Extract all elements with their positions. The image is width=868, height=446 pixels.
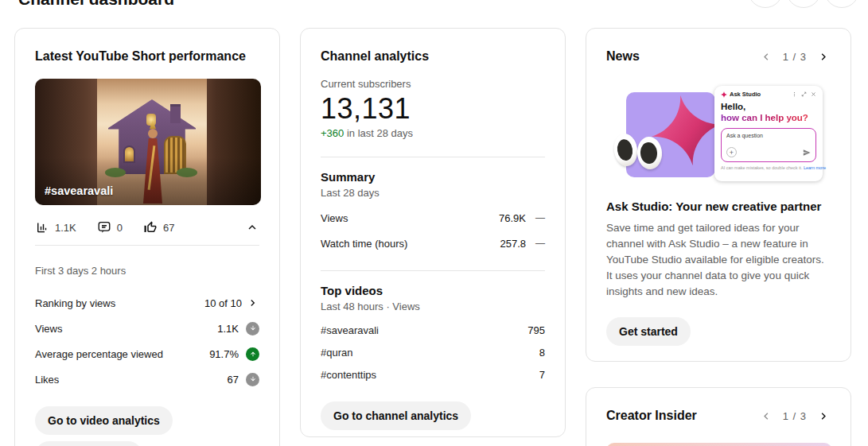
expand-icon [801,91,807,97]
comment-icon [97,220,111,235]
collapse-chevron-up-icon[interactable] [245,220,259,235]
metric-row-avg-percentage: Average percentage viewed 91.7% [35,341,259,366]
metric-label: Likes [35,374,228,386]
subscriber-delta-period: in last 28 days [344,127,413,139]
news-body-text: Save time and get tailored ideas for you… [606,220,831,300]
thumbs-up-icon [143,220,158,235]
subscriber-count: 13,131 [321,92,545,126]
top-video-row[interactable]: #savearavali 795 [321,319,545,341]
divider [35,245,259,246]
views-stat-value: 1.1K [55,222,76,234]
promo-disclaimer: AI can make mistakes, so double check it… [721,165,816,170]
top-videos-title: Top videos [321,284,545,298]
promo-input-placeholder: Ask a question [726,133,811,138]
channel-analytics-title: Channel analytics [321,48,545,65]
header-action-button-2[interactable] [786,0,821,8]
short-stats-row: 1.1K 0 67 [35,219,259,235]
top-video-views: 795 [527,324,545,336]
top-video-label: #savearavali [321,324,527,336]
chevron-right-icon [247,297,259,309]
top-videos-rows: #savearavali 795 #quran 8 #contenttips 7 [321,319,545,386]
metric-value: 1.1K [217,323,239,335]
short-metric-list: Ranking by views 10 of 10 Views 1.1K Ave… [35,290,259,392]
subscriber-delta-line: +360 in last 28 days [321,127,545,140]
chevron-left-icon[interactable] [759,409,773,423]
summary-period: Last 28 days [321,187,545,199]
news-card: News 1 / 3 [586,28,851,362]
go-to-video-analytics-button[interactable]: Go to video analytics [35,406,173,435]
flat-trend-dash: — [535,212,545,223]
go-to-channel-analytics-button[interactable]: Go to channel analytics [321,401,471,430]
comments-stat-value: 0 [117,222,123,234]
metric-value: 67 [228,374,239,386]
ask-studio-minicard: Ask Studio Hello, how can I help you? As… [714,86,823,181]
header-action-button-1[interactable] [748,0,783,8]
metric-label: Ranking by views [35,297,204,309]
channel-dashboard-page: Channel dashboard Latest YouTube Short p… [0,0,868,446]
insider-pager: 1 / 3 [759,409,831,423]
top-video-row[interactable]: #quran 8 [321,341,545,363]
top-video-label: #quran [321,347,539,359]
divider [321,157,545,157]
short-thumbnail[interactable]: #savearavali [35,79,261,205]
latest-short-card: Latest YouTube Short performance #savear… [14,28,280,446]
trend-down-icon [246,322,259,335]
short-period-label: First 3 days 2 hours [35,265,259,277]
metric-label: Views [35,323,217,335]
likes-stat: 67 [143,220,174,235]
promo-greeting-gradient: how can I help you? [721,112,816,123]
chevron-right-icon[interactable] [817,50,831,64]
top-video-views: 7 [539,369,545,381]
creator-insider-card: Creator Insider 1 / 3 [586,387,851,446]
insider-page-indicator: 1 / 3 [783,410,807,422]
top-video-views: 8 [539,347,545,359]
channel-analytics-card: Channel analytics Current subscribers 13… [300,28,566,437]
top-video-row[interactable]: #contenttips 7 [321,363,545,386]
news-headline: Ask Studio: Your new creative partner [606,200,831,214]
comments-stat: 0 [97,220,123,235]
latest-short-title: Latest YouTube Short performance [35,48,259,65]
chevron-left-icon[interactable] [759,50,773,64]
thumbnail-hashtag: #savearavali [45,184,113,197]
summary-row-value: 76.9K [499,212,526,224]
header-action-button-3[interactable] [824,0,859,8]
top-video-label: #contenttips [321,369,539,381]
analytics-bars-icon [35,220,49,235]
close-icon [811,91,816,97]
summary-title: Summary [321,170,545,184]
news-title: News [606,48,759,65]
plus-icon: + [726,147,737,157]
promo-greeting: Hello, [721,102,816,112]
news-page-indicator: 1 / 3 [783,51,807,63]
kebab-menu-icon [792,91,797,97]
send-icon [803,149,811,157]
promo-learn-more-link: Learn more [804,165,826,170]
page-title: Channel dashboard [18,0,174,9]
likes-stat-value: 67 [163,222,174,234]
metric-row-ranking[interactable]: Ranking by views 10 of 10 [35,290,259,316]
news-pager: 1 / 3 [759,50,831,64]
summary-row-value: 257.8 [500,238,526,250]
top-videos-period: Last 48 hours · Views [321,301,545,312]
summary-row-views: Views 76.9K — [321,205,545,231]
get-started-button[interactable]: Get started [606,317,691,346]
promo-question-input: Ask a question + [721,128,816,162]
summary-row-label: Watch time (hours) [321,238,500,250]
creator-insider-title: Creator Insider [606,407,759,425]
ask-studio-promo-image: Ask Studio Hello, how can I help you? As… [606,76,832,189]
ask-studio-label: Ask Studio [730,91,789,98]
summary-row-label: Views [321,212,499,224]
current-subscribers-label: Current subscribers [321,78,545,91]
divider [321,270,545,271]
trend-up-icon [246,347,259,361]
views-stat: 1.1K [35,220,76,235]
chevron-right-icon[interactable] [817,409,831,423]
trend-down-icon [246,373,259,386]
flat-trend-dash: — [535,238,545,249]
metric-row-likes: Likes 67 [35,366,259,392]
sparkle-icon [721,91,727,98]
summary-rows: Views 76.9K — Watch time (hours) 257.8 — [321,205,545,256]
insider-video-thumbnail[interactable] [606,443,832,446]
partially-visible-button[interactable] [35,441,142,446]
subscriber-delta: +360 [321,127,344,139]
